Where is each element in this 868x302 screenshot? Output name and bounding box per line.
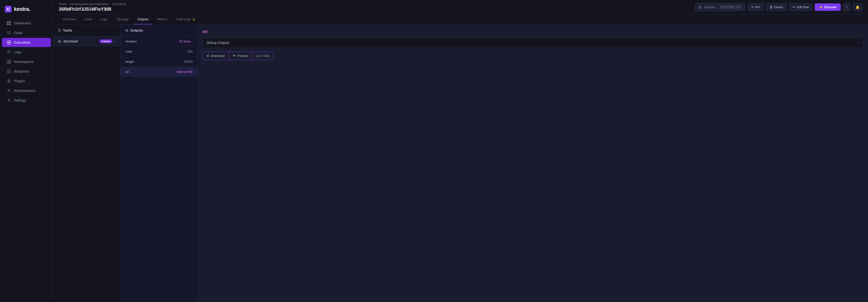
output-row-length[interactable]: length 23429 — [121, 57, 197, 67]
search-icon — [699, 5, 702, 9]
edit-flow-button[interactable]: ✏ Edit flow — [789, 3, 812, 11]
svg-rect-3 — [7, 23, 9, 25]
output-key-headers: headers — [125, 39, 137, 43]
notifications-button[interactable]: 🔔 — [853, 3, 862, 11]
task-item-right: 4 items › — [99, 39, 116, 43]
jump-shortcut: Ctrl/Cmd + K — [719, 5, 741, 9]
topbar-left: Flows / company.team.get-employees / Exe… — [59, 2, 127, 12]
help-button[interactable]: ? — [843, 3, 850, 11]
sidebar-item-label-logs: Logs — [14, 50, 21, 54]
output-value-code: 200 — [187, 50, 193, 53]
lock-icon: 🔒 — [192, 18, 195, 21]
output-badge-arrow-headers: › — [192, 40, 193, 43]
jump-to-button[interactable]: Jump to... Ctrl/Cmd + K — [695, 3, 745, 11]
output-row-code[interactable]: code 200 — [121, 47, 197, 57]
task-type-icon: ▦ — [58, 39, 61, 43]
svg-rect-16 — [8, 71, 9, 72]
kestra-logo — [5, 6, 11, 12]
sidebar-item-logs[interactable]: Logs — [2, 48, 51, 57]
flows-icon — [7, 31, 11, 35]
output-value-uri: Internal link — [177, 70, 193, 73]
outputs-panel-header: ⊞ Outputs — [121, 25, 197, 36]
sidebar-item-namespaces[interactable]: Namespaces — [2, 57, 51, 66]
svg-point-21 — [699, 6, 701, 8]
logo-area: kestra. — [0, 4, 53, 18]
breadcrumb-executions[interactable]: Executions — [112, 2, 127, 6]
topbar: Flows / company.team.get-employees / Exe… — [53, 0, 868, 14]
svg-rect-8 — [7, 52, 10, 52]
tasks-panel-icon: ☰ — [58, 28, 61, 32]
tab-metrics[interactable]: Metrics — [153, 14, 171, 24]
sidebar-item-executions[interactable]: Executions — [2, 38, 51, 47]
dashboard-icon — [7, 21, 11, 25]
output-row-headers[interactable]: headers 20 items › — [121, 36, 197, 47]
tab-logs[interactable]: Logs — [97, 14, 112, 24]
sidebar-item-blueprints[interactable]: Blueprints — [2, 67, 51, 76]
debug-outputs-row[interactable]: Debug Outputs › — [203, 38, 863, 48]
svg-rect-4 — [9, 23, 11, 25]
output-key-uri: uri — [125, 70, 129, 73]
sidebar-item-label-administration: Administration — [14, 89, 35, 93]
task-badge: 4 items — [99, 39, 112, 43]
svg-rect-10 — [7, 60, 9, 61]
svg-rect-7 — [7, 51, 10, 51]
output-key-code: code — [125, 50, 132, 53]
api-icon: ⇌ — [751, 5, 753, 9]
svg-rect-12 — [7, 62, 9, 64]
debug-outputs-arrow-icon: › — [858, 41, 859, 44]
task-item-download[interactable]: ▦ download 4 items › — [53, 36, 120, 46]
outputs-panel: ⊞ Outputs headers 20 items › code 200 le… — [121, 25, 198, 302]
sidebar-item-label-blueprints: Blueprints — [14, 69, 29, 73]
sidebar-item-flows[interactable]: Flows — [2, 28, 51, 37]
breadcrumb-sep-2: / — [110, 2, 111, 6]
breadcrumb-namespace[interactable]: company.team.get-employees — [70, 2, 109, 6]
detail-key-label: uri — [203, 29, 863, 34]
breadcrumb-sep-1: / — [68, 2, 68, 6]
tab-outputs[interactable]: Outputs — [133, 14, 152, 24]
sidebar-item-label-namespaces: Namespaces — [14, 60, 34, 64]
tab-overview[interactable]: Overview — [59, 14, 80, 24]
detail-panel: uri Debug Outputs › ⬇ Download 👁 Preview… — [198, 25, 868, 302]
execute-button[interactable]: ⚡ Execute — [815, 3, 841, 11]
blueprints-icon — [7, 69, 11, 73]
output-row-uri[interactable]: uri Internal link — [121, 67, 197, 77]
sidebar-item-dashboard[interactable]: Dashboard — [2, 19, 51, 28]
tabs-bar: Overview Gantt Logs Topology Outputs Met… — [53, 14, 868, 25]
sidebar-item-label-executions: Executions — [14, 40, 30, 44]
tasks-panel-header: ☰ Tasks — [53, 25, 120, 36]
content-area: ☰ Tasks ▦ download 4 items › ⊞ Outputs — [53, 25, 868, 302]
tab-audit-logs[interactable]: Audit Logs 🔒 — [172, 14, 199, 24]
jump-label: Jump to... — [704, 5, 717, 9]
tasks-panel: ☰ Tasks ▦ download 4 items › — [53, 25, 121, 302]
sidebar-item-settings[interactable]: Settings — [2, 96, 51, 105]
plugins-icon — [7, 79, 11, 83]
sidebar: kestra. Dashboard Flows Executions Logs … — [0, 0, 53, 302]
svg-rect-17 — [8, 72, 9, 72]
svg-point-6 — [8, 42, 10, 43]
eye-icon: 👁 — [233, 54, 236, 58]
sidebar-item-label-settings: Settings — [14, 98, 26, 102]
output-badge-text-headers: 20 items — [179, 39, 191, 43]
task-name-label: download — [63, 39, 78, 43]
tab-gantt[interactable]: Gantt — [81, 14, 96, 24]
svg-rect-9 — [7, 53, 9, 54]
sidebar-item-administration[interactable]: Administration › — [2, 86, 51, 95]
sidebar-item-plugins[interactable]: Plugins — [2, 77, 51, 86]
output-key-length: length — [125, 60, 134, 63]
main-content: Flows / company.team.get-employees / Exe… — [53, 0, 868, 302]
administration-icon — [7, 89, 11, 93]
svg-rect-13 — [9, 62, 11, 64]
api-button[interactable]: ⇌ API — [748, 3, 764, 11]
delete-button[interactable]: 🗑 Delete — [766, 3, 787, 11]
chevron-right-icon: › — [45, 89, 46, 92]
preview-button[interactable]: 👁 Preview — [229, 52, 252, 60]
tab-topology[interactable]: Topology — [112, 14, 133, 24]
output-value-length: 23429 — [184, 60, 193, 63]
download-button[interactable]: ⬇ Download — [203, 52, 229, 60]
debug-outputs-label: Debug Outputs — [207, 41, 229, 44]
page-title: 3SRdFh1tY3JS14IFisY30B — [59, 7, 127, 12]
svg-rect-2 — [9, 21, 11, 23]
logo-text: kestra. — [14, 6, 30, 12]
edit-icon: ✏ — [793, 5, 796, 9]
breadcrumb-flows[interactable]: Flows — [59, 2, 66, 6]
